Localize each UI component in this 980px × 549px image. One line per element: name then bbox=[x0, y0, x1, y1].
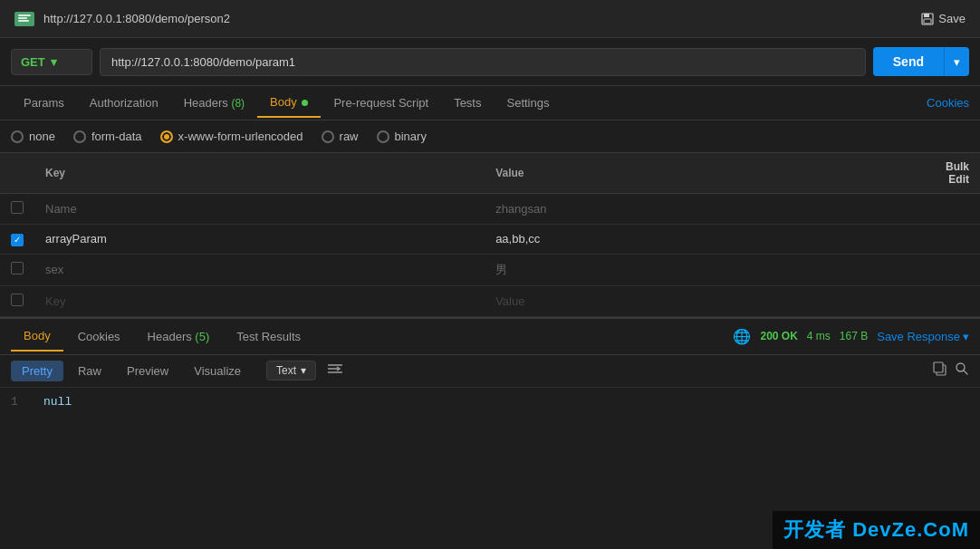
row1-value[interactable]: zhangsan bbox=[485, 194, 935, 225]
send-dropdown-button[interactable]: ▾ bbox=[944, 47, 969, 76]
save-response-button[interactable]: Save Response ▾ bbox=[877, 330, 969, 343]
response-body: 1 null bbox=[0, 388, 980, 416]
row3-checkbox-cell[interactable] bbox=[0, 254, 34, 285]
tab-authorization[interactable]: Authorization bbox=[77, 89, 171, 117]
radio-raw[interactable]: raw bbox=[322, 130, 359, 143]
response-tab-body-label: Body bbox=[24, 329, 51, 342]
title-bar: http://127.0.0.1:8080/demo/person2 Save bbox=[0, 0, 980, 38]
tab-tests-label: Tests bbox=[454, 96, 481, 110]
row2-checkbox[interactable] bbox=[11, 234, 24, 246]
row4-key[interactable]: Key bbox=[34, 285, 485, 316]
row2-checkbox-cell[interactable] bbox=[0, 225, 34, 255]
tab-tests[interactable]: Tests bbox=[441, 89, 494, 117]
row4-checkbox[interactable] bbox=[11, 294, 24, 306]
format-tab-pretty[interactable]: Pretty bbox=[11, 361, 63, 381]
format-tab-raw[interactable]: Raw bbox=[67, 361, 112, 381]
params-table: Key Value Bulk Edit Name zhangsan arrayP… bbox=[0, 153, 980, 317]
request-tabs: Params Authorization Headers (8) Body Pr… bbox=[0, 86, 980, 120]
row4-checkbox-cell[interactable] bbox=[0, 285, 34, 316]
response-tabs: Body Cookies Headers (5) Test Results 🌐 … bbox=[0, 319, 980, 355]
line-number-1: 1 bbox=[11, 395, 29, 409]
send-button[interactable]: Send bbox=[873, 47, 944, 76]
save-response-label: Save Response bbox=[877, 330, 960, 343]
row4-actions bbox=[935, 285, 980, 316]
row4-value[interactable]: Value bbox=[485, 285, 935, 316]
method-select[interactable]: GET bbox=[11, 49, 92, 75]
radio-binary-circle bbox=[377, 130, 389, 143]
svg-rect-1 bbox=[18, 14, 31, 16]
status-size: 167 B bbox=[840, 330, 868, 342]
radio-none-circle bbox=[11, 130, 24, 143]
radio-none[interactable]: none bbox=[11, 130, 55, 143]
radio-form-data-label: form-data bbox=[91, 130, 142, 143]
row1-checkbox-cell[interactable] bbox=[0, 194, 34, 225]
watermark: 开发者 DevZe.CoM bbox=[773, 511, 980, 549]
status-code: 200 OK bbox=[760, 330, 797, 342]
radio-form-data[interactable]: form-data bbox=[73, 130, 142, 143]
status-time: 4 ms bbox=[807, 330, 831, 342]
radio-urlencoded-circle bbox=[160, 130, 173, 143]
body-type-options: none form-data x-www-form-urlencoded raw… bbox=[0, 120, 980, 153]
tab-settings[interactable]: Settings bbox=[494, 89, 562, 117]
response-section: Body Cookies Headers (5) Test Results 🌐 … bbox=[0, 317, 980, 477]
row3-key[interactable]: sex bbox=[34, 254, 485, 285]
response-tab-test-results[interactable]: Test Results bbox=[224, 323, 313, 351]
search-icon[interactable] bbox=[955, 361, 969, 380]
save-response-chevron: ▾ bbox=[963, 330, 969, 343]
wrap-icon[interactable] bbox=[327, 362, 343, 379]
tab-settings-label: Settings bbox=[506, 96, 549, 110]
table-row: sex 男 bbox=[0, 254, 980, 285]
row3-value[interactable]: 男 bbox=[485, 254, 935, 285]
radio-binary[interactable]: binary bbox=[377, 130, 427, 143]
row2-value[interactable]: aa,bb,cc bbox=[485, 225, 935, 255]
row2-actions bbox=[935, 225, 980, 255]
text-format-dropdown[interactable]: Text ▾ bbox=[266, 361, 316, 380]
response-headers-badge: (5) bbox=[195, 330, 209, 343]
tab-body[interactable]: Body bbox=[257, 88, 321, 118]
response-tab-headers[interactable]: Headers (5) bbox=[135, 323, 223, 351]
radio-form-data-circle bbox=[73, 130, 86, 143]
format-visualize-label: Visualize bbox=[194, 364, 241, 378]
row1-key[interactable]: Name bbox=[34, 194, 485, 225]
response-tab-headers-label: Headers bbox=[148, 330, 196, 343]
tab-params[interactable]: Params bbox=[11, 89, 77, 117]
url-input[interactable] bbox=[100, 48, 866, 76]
row2-key[interactable]: arrayParam bbox=[34, 225, 485, 255]
format-tools bbox=[933, 361, 969, 380]
url-bar: GET Send ▾ bbox=[0, 38, 980, 86]
tab-headers-label: Headers bbox=[184, 96, 232, 110]
send-chevron-icon: ▾ bbox=[954, 55, 960, 69]
response-tab-cookies-label: Cookies bbox=[78, 330, 120, 343]
app-icon bbox=[14, 12, 34, 26]
tab-pre-request-label: Pre-request Script bbox=[333, 96, 428, 110]
cookies-link[interactable]: Cookies bbox=[927, 96, 969, 110]
col-bulk-edit[interactable]: Bulk Edit bbox=[935, 153, 980, 194]
tab-headers[interactable]: Headers (8) bbox=[171, 89, 257, 117]
save-button[interactable]: Save bbox=[921, 12, 966, 25]
format-pretty-label: Pretty bbox=[22, 364, 53, 378]
radio-none-label: none bbox=[29, 130, 55, 143]
tab-pre-request-script[interactable]: Pre-request Script bbox=[321, 89, 441, 117]
row3-checkbox[interactable] bbox=[11, 262, 24, 274]
svg-line-13 bbox=[964, 371, 967, 374]
row1-checkbox[interactable] bbox=[11, 201, 24, 214]
svg-rect-5 bbox=[924, 14, 929, 17]
copy-icon[interactable] bbox=[933, 361, 947, 380]
text-format-chevron: ▾ bbox=[301, 364, 306, 377]
save-label: Save bbox=[938, 12, 966, 25]
response-value-1: null bbox=[43, 395, 72, 409]
format-tab-preview[interactable]: Preview bbox=[116, 361, 179, 381]
format-tab-visualize[interactable]: Visualize bbox=[183, 361, 252, 381]
tab-authorization-label: Authorization bbox=[90, 96, 159, 110]
method-label: GET bbox=[21, 55, 45, 69]
table-row: arrayParam aa,bb,cc bbox=[0, 225, 980, 255]
response-tab-body[interactable]: Body bbox=[11, 322, 63, 352]
tab-params-label: Params bbox=[24, 96, 64, 110]
table-row: Name zhangsan bbox=[0, 194, 980, 225]
svg-rect-6 bbox=[924, 19, 931, 24]
radio-raw-circle bbox=[322, 130, 334, 143]
col-checkbox bbox=[0, 153, 34, 194]
method-chevron bbox=[51, 55, 57, 69]
response-tab-cookies[interactable]: Cookies bbox=[65, 323, 133, 351]
radio-urlencoded[interactable]: x-www-form-urlencoded bbox=[160, 130, 303, 143]
